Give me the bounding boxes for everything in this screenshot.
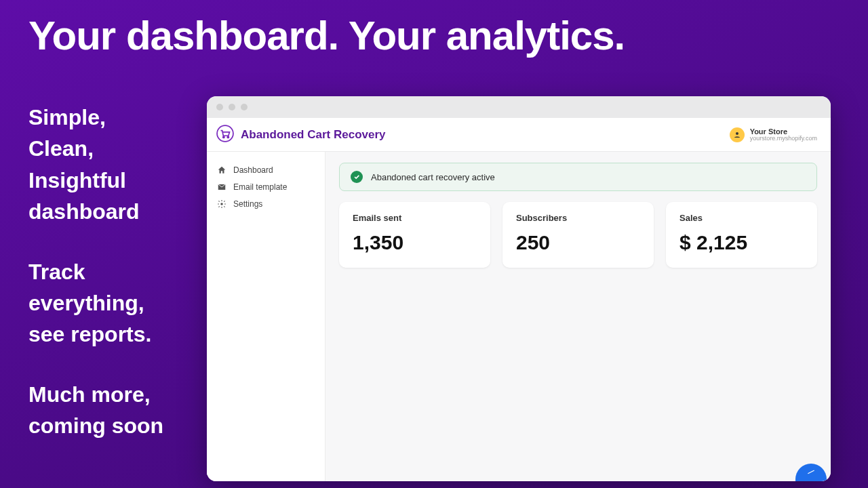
copy-line: Insightful: [28, 165, 198, 196]
copy-line: Track: [28, 256, 198, 287]
sidebar-item-label: Settings: [233, 199, 262, 209]
stat-cards: Emails sent 1,350 Subscribers 250 Sales …: [339, 202, 817, 268]
copy-line: Clean,: [28, 133, 198, 164]
app-title: Abandoned Cart Recovery: [241, 128, 386, 142]
app-body: Dashboard Email template Settings Ab: [207, 152, 831, 481]
sidebar-item-settings[interactable]: Settings: [207, 195, 325, 212]
copy-line: see reports.: [28, 319, 198, 350]
card-label: Sales: [679, 213, 804, 223]
card-label: Subscribers: [516, 213, 640, 223]
copy-line: coming soon: [28, 410, 198, 441]
sidebar-item-label: Email template: [233, 182, 287, 192]
card-subscribers: Subscribers 250: [502, 202, 654, 268]
card-value: 1,350: [353, 231, 477, 254]
copy-block-3: Much more, coming soon: [28, 379, 198, 442]
cart-logo-icon: [216, 125, 234, 145]
avatar-icon: [730, 127, 745, 142]
window-dot-max-icon[interactable]: [241, 104, 248, 110]
card-sales: Sales $ 2,125: [666, 202, 817, 268]
marketing-copy: Simple, Clean, Insightful dashboard Trac…: [28, 102, 198, 442]
copy-line: everything,: [28, 287, 198, 319]
sidebar-item-email-template[interactable]: Email template: [207, 178, 325, 195]
window-dot-close-icon[interactable]: [216, 104, 223, 110]
copy-line: Much more,: [28, 379, 198, 410]
svg-point-4: [220, 203, 223, 205]
window-titlebar: [207, 96, 831, 118]
svg-point-2: [227, 136, 229, 138]
home-icon: [216, 165, 226, 175]
copy-line: Simple,: [28, 102, 198, 133]
status-text: Abandoned cart recovery active: [371, 172, 495, 182]
store-url: yourstore.myshopify.com: [750, 136, 817, 142]
sidebar: Dashboard Email template Settings: [207, 152, 326, 481]
gear-icon: [216, 199, 226, 209]
card-emails-sent: Emails sent 1,350: [339, 202, 490, 268]
copy-line: dashboard: [28, 196, 198, 227]
chat-launcher-icon[interactable]: [795, 464, 827, 481]
card-label: Emails sent: [353, 213, 477, 223]
hero-title: Your dashboard. Your analytics.: [28, 12, 625, 59]
check-circle-icon: [351, 171, 363, 183]
svg-point-3: [736, 132, 738, 135]
copy-block-2: Track everything, see reports.: [28, 256, 198, 350]
store-info[interactable]: Your Store yourstore.myshopify.com: [730, 127, 817, 142]
svg-point-1: [223, 136, 224, 138]
app-header: Abandoned Cart Recovery Your Store yours…: [207, 118, 831, 152]
store-text: Your Store yourstore.myshopify.com: [750, 127, 817, 142]
store-name: Your Store: [750, 127, 817, 136]
app-brand: Abandoned Cart Recovery: [216, 125, 386, 145]
main-content: Abandoned cart recovery active Emails se…: [326, 152, 831, 481]
card-value: 250: [516, 231, 640, 254]
sidebar-item-label: Dashboard: [233, 165, 273, 175]
mail-icon: [216, 182, 226, 192]
sidebar-item-dashboard[interactable]: Dashboard: [207, 161, 325, 178]
app-window: Abandoned Cart Recovery Your Store yours…: [207, 96, 831, 481]
status-banner: Abandoned cart recovery active: [339, 163, 817, 191]
svg-point-0: [217, 125, 233, 142]
copy-block-1: Simple, Clean, Insightful dashboard: [28, 102, 198, 228]
card-value: $ 2,125: [679, 231, 804, 254]
window-dot-min-icon[interactable]: [229, 104, 235, 110]
